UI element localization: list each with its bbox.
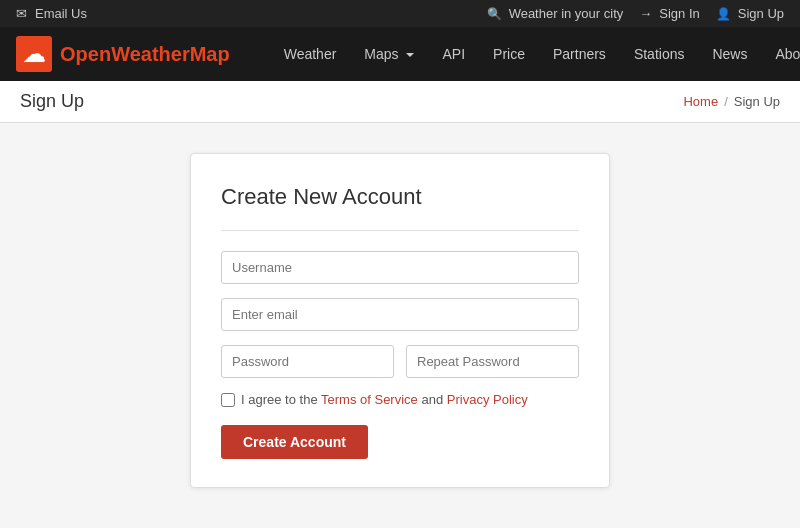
nav-item-maps: Maps [350,28,428,80]
nav-link-news[interactable]: News [698,28,761,80]
form-title: Create New Account [221,184,579,210]
breadcrumb-bar: Sign Up Home / Sign Up [0,81,800,123]
weather-search-label: Weather in your city [509,6,624,21]
logo-open: Open [60,43,111,65]
repeat-password-input[interactable] [406,345,579,378]
email-us-link[interactable]: Email Us [16,6,87,21]
agree-checkbox[interactable] [221,393,235,407]
top-bar-left: Email Us [16,6,87,21]
nav-item-partners: Partners [539,28,620,80]
agree-text: I agree to the [241,392,318,407]
username-input[interactable] [221,251,579,284]
and-text: and [421,392,443,407]
create-account-button[interactable]: Create Account [221,425,368,459]
breadcrumb-separator: / [724,94,728,109]
signup-label: Sign Up [738,6,784,21]
terms-row: I agree to the Terms of Service and Priv… [221,392,579,407]
nav-link-about[interactable]: About [761,28,800,80]
main-nav: ☁ OpenWeatherMap Weather Maps API Price … [0,27,800,81]
search-icon [487,6,505,21]
logo-text: OpenWeatherMap [60,43,230,66]
page-title: Sign Up [20,91,84,112]
logo: ☁ OpenWeatherMap [16,36,230,72]
breadcrumb-home-link[interactable]: Home [683,94,718,109]
email-group [221,298,579,331]
main-content: Create New Account I agree to the Terms … [0,123,800,518]
signin-icon [639,6,655,21]
repeat-password-group [406,345,579,378]
breadcrumb: Home / Sign Up [683,94,780,109]
nav-item-api: API [428,28,479,80]
agree-label: I agree to the Terms of Service and Priv… [241,392,528,407]
svg-text:☁: ☁ [23,42,45,67]
password-input[interactable] [221,345,394,378]
nav-item-news: News [698,28,761,80]
nav-link-partners[interactable]: Partners [539,28,620,80]
email-input[interactable] [221,298,579,331]
email-us-label: Email Us [35,6,87,21]
signup-icon [716,6,734,21]
nav-item-weather: Weather [270,28,351,80]
nav-link-weather[interactable]: Weather [270,28,351,80]
terms-link[interactable]: Terms of Service [321,392,418,407]
top-bar-right: Weather in your city Sign In Sign Up [487,6,784,21]
signin-label: Sign In [659,6,699,21]
password-group [221,345,394,378]
maps-caret [406,53,414,57]
nav-links: Weather Maps API Price Partners Stations… [270,28,800,80]
password-row [221,345,579,378]
nav-item-about: About [761,28,800,80]
envelope-icon [16,6,31,21]
nav-link-maps[interactable]: Maps [350,28,428,80]
weather-search-link[interactable]: Weather in your city [487,6,624,21]
nav-link-api[interactable]: API [428,28,479,80]
top-bar: Email Us Weather in your city Sign In Si… [0,0,800,27]
privacy-link[interactable]: Privacy Policy [447,392,528,407]
nav-item-stations: Stations [620,28,699,80]
breadcrumb-current: Sign Up [734,94,780,109]
nav-item-price: Price [479,28,539,80]
nav-link-price[interactable]: Price [479,28,539,80]
form-divider [221,230,579,231]
signup-form-card: Create New Account I agree to the Terms … [190,153,610,488]
logo-weather: WeatherMap [111,43,230,65]
signup-link[interactable]: Sign Up [716,6,784,21]
logo-icon: ☁ [16,36,52,72]
signin-link[interactable]: Sign In [639,6,699,21]
username-group [221,251,579,284]
nav-link-stations[interactable]: Stations [620,28,699,80]
